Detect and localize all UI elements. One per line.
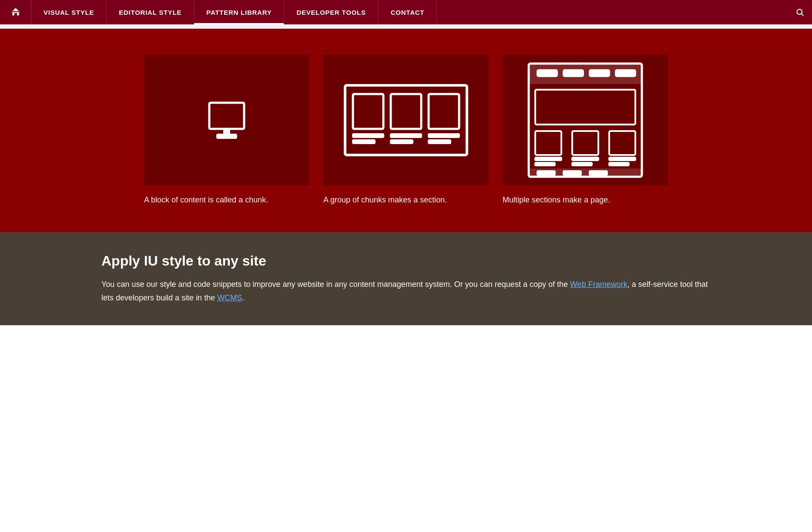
nav-links: VISUAL STYLE EDITORIAL STYLE PATTERN LIB… <box>31 0 788 24</box>
bottom-body: You can use our style and code snippets … <box>101 278 711 304</box>
chunk-card: A block of content is called a chunk. <box>144 55 309 206</box>
svg-rect-32 <box>537 171 555 175</box>
nav-item-visual-style[interactable]: VISUAL STYLE <box>31 0 107 24</box>
svg-rect-5 <box>345 85 467 155</box>
svg-rect-23 <box>572 131 598 155</box>
hero-section: A block of content is called a chunk. <box>0 29 812 232</box>
page-card-caption: Multiple sections make a page. <box>503 194 668 206</box>
svg-rect-26 <box>572 158 598 160</box>
svg-rect-33 <box>564 171 581 175</box>
svg-rect-21 <box>535 90 635 125</box>
svg-rect-18 <box>564 70 583 76</box>
nav-item-developer-tools[interactable]: DEVELOPER TOOLS <box>284 0 378 24</box>
svg-line-1 <box>802 14 804 16</box>
svg-rect-7 <box>391 94 421 129</box>
svg-rect-12 <box>353 140 375 143</box>
home-button[interactable] <box>0 0 31 24</box>
nav-item-editorial-style[interactable]: EDITORIAL STYLE <box>107 0 194 24</box>
bottom-title: Apply IU style to any site <box>101 253 711 269</box>
home-icon <box>10 7 21 18</box>
svg-rect-29 <box>572 163 592 165</box>
main-nav: VISUAL STYLE EDITORIAL STYLE PATTERN LIB… <box>0 0 812 24</box>
section-card: A group of chunks makes a section. <box>323 55 489 206</box>
search-icon <box>795 8 804 17</box>
svg-rect-30 <box>609 163 629 165</box>
svg-rect-9 <box>353 134 383 137</box>
svg-rect-13 <box>391 140 413 143</box>
hero-cards-container: A block of content is called a chunk. <box>101 55 711 206</box>
svg-rect-25 <box>535 158 561 160</box>
svg-rect-24 <box>609 131 635 155</box>
svg-rect-19 <box>590 70 609 76</box>
grid-icon <box>341 72 471 168</box>
svg-rect-17 <box>537 70 557 76</box>
svg-rect-14 <box>429 140 450 143</box>
page-layout-icon <box>524 59 646 181</box>
svg-rect-6 <box>353 94 383 129</box>
chunk-card-image <box>144 55 309 185</box>
svg-rect-4 <box>217 135 236 138</box>
svg-rect-20 <box>616 70 635 76</box>
svg-rect-27 <box>609 158 635 160</box>
bottom-content: Apply IU style to any site You can use o… <box>101 253 711 304</box>
chunk-card-caption: A block of content is called a chunk. <box>144 194 309 206</box>
svg-rect-10 <box>391 134 421 137</box>
wcms-link[interactable]: WCMS <box>217 293 242 302</box>
svg-rect-34 <box>590 171 607 175</box>
svg-rect-28 <box>535 163 555 165</box>
web-framework-link[interactable]: Web Framework <box>570 280 627 289</box>
page-card: Multiple sections make a page. <box>503 55 668 206</box>
search-button[interactable] <box>788 0 812 24</box>
svg-rect-11 <box>429 134 459 137</box>
svg-point-0 <box>797 9 802 14</box>
section-card-caption: A group of chunks makes a section. <box>323 194 489 206</box>
nav-divider <box>0 24 812 29</box>
page-card-image <box>503 55 668 185</box>
section-card-image <box>323 55 489 185</box>
nav-item-pattern-library[interactable]: PATTERN LIBRARY <box>194 0 284 24</box>
nav-item-contact[interactable]: CONTACT <box>379 0 437 24</box>
svg-rect-22 <box>535 131 561 155</box>
bottom-section: Apply IU style to any site You can use o… <box>0 232 812 325</box>
monitor-icon <box>201 94 253 146</box>
svg-rect-2 <box>209 103 244 129</box>
svg-rect-8 <box>429 94 459 129</box>
